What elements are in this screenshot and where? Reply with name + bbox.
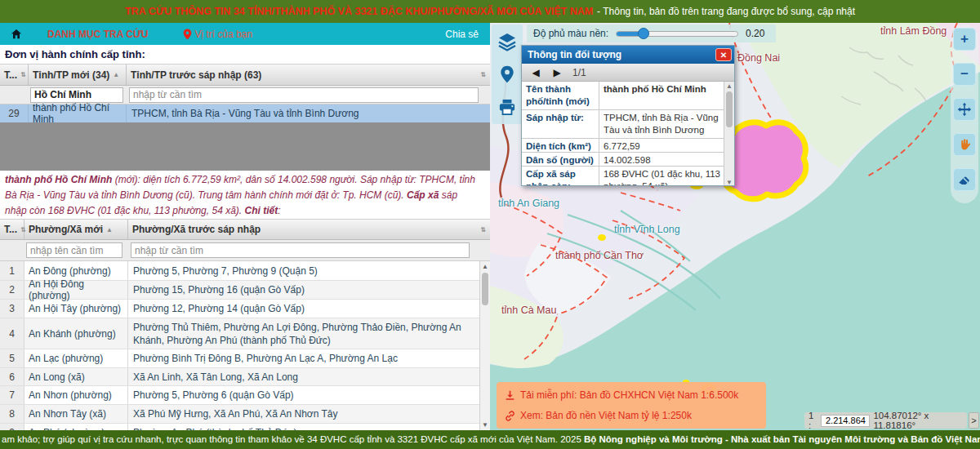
view-link[interactable]: Xem: Bản đồ nền Việt Nam tỷ lệ 1:250k [505,410,766,421]
map-links-box: Tải miễn phí: Bản đồ CHXHCN Việt Nam 1:6… [497,382,766,429]
eraser-icon [957,172,972,187]
attribute-row: Cấp xã sáp nhập còn: 168 ĐVHC (01 đặc kh… [522,167,734,186]
province-old-filter-input[interactable] [129,87,479,103]
nav-location-label: Vị trí của bạn [195,29,253,40]
home-icon[interactable] [10,28,23,41]
province-old-names: TPHCM, tỉnh Bà Rịa - Vũng Tàu và tỉnh Bì… [127,104,490,122]
map-label-dong-nai: Đồng Nai [737,52,780,64]
table-row[interactable]: 8 An Nhơn Tây (xã) Xã Phú Mỹ Hưng, Xã An… [0,405,479,424]
scale-input[interactable] [821,415,870,427]
map-label-lam-dong: tỉnh Lâm Đồng [880,25,947,37]
scroll-down-icon[interactable]: ▼ [724,179,734,186]
scale-bar: 1 : 104.87012° x 11.81816° [804,412,967,429]
map-label-an-giang: tỉnh An Giang [498,198,559,209]
scroll-up-icon[interactable]: ▲ [480,263,490,270]
attribute-row: Dân số (người) 14.002.598 [522,153,734,167]
opacity-slider[interactable] [616,31,738,37]
popup-attribute-table: Tên thành phố/tỉnh (mới) thành phố Hồ Ch… [522,82,734,186]
zoom-out-button[interactable]: − [953,63,976,86]
ward-filter-input[interactable] [26,242,122,258]
prev-button[interactable]: ◀ [525,64,546,81]
map-tools: + − [951,24,978,203]
map-label-can-tho: thành phố Cần Thơ [555,250,644,261]
download-link[interactable]: Tải miễn phí: Bản đồ CHXHCN Việt Nam 1:6… [505,389,766,401]
link-icon [505,411,515,421]
left-panel: Đơn vị hành chính cấp tỉnh: T... ⇅ Tỉnh/… [0,45,490,430]
scroll-up-icon[interactable]: ▲ [724,82,734,90]
table-row[interactable]: 4 An Khánh (phường) Phường Thủ Thiêm, Ph… [0,318,479,349]
sort-asc-icon: ▲ [113,71,119,78]
table-row[interactable]: 9 An Phú (phường) Phường An Phú (thành p… [0,424,479,430]
slider-handle[interactable] [638,28,649,39]
footer-bar: am khảo; trợ giúp quí vị tra cứu nhanh, … [0,430,980,449]
zoom-in-icon: + [960,31,969,47]
sort-asc-icon: ▲ [106,226,113,233]
pan-button[interactable] [953,98,976,121]
share-button[interactable]: Chia sẻ [445,29,479,40]
footer-text: am khảo; trợ giúp quí vị tra cứu nhanh, … [2,434,584,444]
nav-menu-catalog[interactable]: DANH MỤC TRA CỨU [47,29,149,40]
download-icon [505,390,515,401]
attribute-row: Sáp nhập từ: TPHCM, tỉnh Bà Rịa - Vũng T… [522,110,734,139]
ward-col-index[interactable]: T... ⇅ [0,220,24,239]
table-row-selected[interactable]: 29 thành phố Hồ Chí Minh TPHCM, tỉnh Bà … [0,104,490,122]
sort-icon: ⇅ [480,226,486,233]
table-row[interactable]: 6 An Long (xã) Xã An Linh, Xã Tân Long, … [0,368,479,386]
zoom-in-button[interactable]: + [953,28,976,51]
table-row[interactable]: 5 An Lạc (phường) Phường Bình Trị Đông B… [0,349,479,368]
section-title: Đơn vị hành chính cấp tỉnh: [5,48,145,60]
attribute-row: Diện tích (km²) 6.772,59 [522,139,734,153]
popup-pager: ◀ ▶ 1/1 [522,64,734,82]
scrollbar-thumb[interactable] [482,273,488,305]
province-col-index[interactable]: T... ⇅ [0,64,29,85]
popup-header[interactable]: Thông tin đối tượng ✕ [522,46,734,64]
layers-button[interactable] [497,31,518,52]
next-button[interactable]: ▶ [546,64,568,81]
printer-icon [498,99,516,115]
hand-icon [958,137,972,152]
ward-rows: 1 An Đông (phường) Phường 5, Phường 7, P… [0,261,479,430]
expand-button[interactable]: > [969,412,979,429]
province-new-name: thành phố Hồ Chí Minh [29,104,127,122]
print-button[interactable] [497,96,518,118]
province-col-new[interactable]: Tỉnh/TP mới (34) ▲ [29,64,127,85]
page-subtitle: - Thông tin, bản đồ trên trang đang được… [597,6,855,17]
prev-icon: ◀ [532,67,539,78]
ward-table-scrollbar[interactable]: ▲ ▼ [479,261,490,430]
map-label-vinh-long: tỉnh Vĩnh Long [614,224,680,235]
ward-col-new[interactable]: Phường/Xã mới ▲ [24,220,128,239]
zoom-out-icon: − [960,66,969,82]
map-canvas[interactable]: tỉnh Lâm Đồng Đồng Nai tỉnh An Giang tỉn… [490,23,980,430]
map-pin-icon [500,65,514,83]
erase-button[interactable] [953,168,976,191]
close-button[interactable]: ✕ [715,48,732,61]
popup-scrollbar[interactable]: ▲ ▼ [724,82,734,186]
empty-area [0,122,490,171]
province-table: T... ⇅ Tỉnh/TP mới (34) ▲ Tỉnh/TP trước … [0,64,490,122]
table-row[interactable]: 3 An Hội Tây (phường) Phường 12, Phường … [0,300,479,318]
scroll-down-icon[interactable]: ▼ [480,421,490,429]
opacity-label: Độ phủ màu nền: [533,28,608,39]
popup-title: Thông tin đối tượng [528,49,621,60]
province-filter-input[interactable] [30,87,123,103]
locate-button[interactable] [497,64,518,85]
opacity-panel: Độ phủ màu nền: 0.20 [527,24,776,42]
ward-old-filter-input[interactable] [131,242,470,258]
province-description: thành phố Hồ Chí Minh (mới): diện tích 6… [0,172,483,219]
sort-icon: ⇅ [20,71,26,78]
nav-your-location[interactable]: Vị trí của bạn [183,29,253,40]
title-bar: TRA CỨU THÔNG TIN 34 TỈNH/THÀNH PHỐ VÀ 3… [0,0,980,23]
scrollbar-thumb[interactable] [726,91,733,127]
next-icon: ▶ [553,67,560,78]
ward-col-old[interactable]: Phường/Xã trước sáp nhập ⇅ [128,220,490,239]
table-row[interactable]: 7 An Nhơn (phường) Phường 5, Phường 6 (q… [0,386,479,405]
table-row[interactable]: 2 An Hội Đông (phường) Phường 15, Phường… [0,281,479,300]
map-label-ca-mau: tỉnh Cà Mau [501,305,556,316]
scale-prefix: 1 : [808,411,817,430]
cursor-coordinates: 104.87012° x 11.81816° [873,411,963,430]
sort-icon: ⇅ [480,71,486,78]
pan-hand-button[interactable] [953,133,976,156]
nav-bar: DANH MỤC TRA CỨU Vị trí của bạn Chia sẻ [0,23,490,45]
province-col-old[interactable]: Tỉnh/TP trước sáp nhập (63) ⇅ [127,64,490,85]
close-icon: ✕ [720,51,727,60]
